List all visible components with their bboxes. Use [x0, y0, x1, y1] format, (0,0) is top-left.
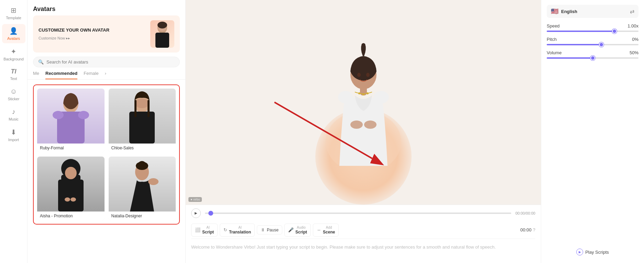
play-scripts-icon: ▶: [576, 249, 583, 255]
avatar-natalia-image: [109, 157, 176, 211]
tab-more-icon[interactable]: ›: [105, 71, 106, 79]
avatar-natalia-label: Natalia-Designer: [109, 211, 176, 220]
search-input[interactable]: [46, 59, 175, 65]
avatar-chloe-label: Chloe-Sales: [109, 144, 176, 152]
avatar-ruby-image: [37, 89, 105, 144]
speed-slider[interactable]: [547, 31, 638, 32]
sidebar-item-label-music: Music: [9, 117, 19, 121]
speed-slider-row: Speed 1.00x: [547, 23, 638, 32]
customize-now-button[interactable]: Customize Now ▸▸: [39, 36, 70, 41]
time-help-icon[interactable]: ?: [533, 227, 535, 232]
tab-female[interactable]: Female: [84, 71, 98, 79]
avatar-card-aisha[interactable]: Aisha - Promotion: [37, 157, 105, 220]
svg-point-32: [374, 91, 389, 103]
play-button[interactable]: ▶: [191, 208, 201, 218]
svg-point-20: [70, 197, 76, 202]
volume-slider[interactable]: [547, 57, 638, 59]
svg-point-7: [53, 111, 64, 119]
sidebar-item-sticker[interactable]: ☺ Sticker: [2, 85, 25, 104]
timeline-dot: [208, 211, 213, 216]
volume-label: Volume: [547, 50, 561, 55]
script-toolbar: ⬜ AI Script ↻ AI Translation ⏸ Pause 🎤: [191, 220, 535, 239]
avatar-grid-wrap: Ruby-Formal Chloe-Sales: [28, 83, 185, 263]
flag-icon: 🇺🇸: [551, 8, 558, 15]
banner-avatar-svg: [152, 21, 173, 48]
svg-point-34: [364, 121, 376, 129]
pitch-slider[interactable]: [547, 44, 638, 45]
preview-watermark: ● virbo: [188, 197, 202, 202]
pitch-label: Pitch: [547, 37, 557, 42]
speed-label: Speed: [547, 23, 560, 28]
pause-button[interactable]: ⏸ Pause: [257, 225, 282, 235]
avatar-card-chloe[interactable]: Chloe-Sales: [109, 89, 176, 152]
ai-translation-icon: ↻: [223, 227, 227, 232]
ai-translation-button[interactable]: ↻ AI Translation: [220, 224, 255, 237]
timeline-track[interactable]: [205, 213, 511, 214]
volume-slider-row: Volume 50%: [547, 50, 638, 59]
script-text-area[interactable]: Welcome to Wondershare Virbo! Just start…: [191, 239, 535, 263]
search-input-box: 🔍: [33, 57, 180, 67]
svg-point-33: [350, 121, 363, 129]
pitch-slider-row: Pitch 0%: [547, 37, 638, 45]
language-display: 🇺🇸 English: [551, 8, 577, 15]
svg-point-30: [367, 92, 369, 94]
sidebar-item-label-avatars: Avatars: [7, 36, 20, 41]
ai-script-icon: ⬜: [195, 227, 200, 232]
tab-recommended[interactable]: Recommended: [45, 71, 77, 79]
avatar-card-natalia[interactable]: Natalia-Designer: [109, 157, 176, 220]
svg-rect-10: [129, 112, 155, 144]
avatar-aisha-label: Aisha - Promotion: [37, 211, 105, 220]
script-area: ⬜ AI Script ↻ AI Translation ⏸ Pause 🎤: [186, 220, 541, 263]
speed-value: 1.00x: [627, 23, 638, 28]
background-icon: ✦: [11, 47, 17, 56]
search-wrap: 🔍: [28, 57, 185, 71]
sidebar-item-label-sticker: Sticker: [8, 97, 20, 101]
timeline-time: 00:00/00:00: [515, 211, 535, 215]
pitch-value: 0%: [632, 37, 638, 42]
preview-container: ● virbo: [186, 0, 541, 205]
sidebar-item-music[interactable]: ♪ Music: [2, 105, 25, 124]
right-panel: 🇺🇸 English ⇄ Speed 1.00x Pitch 0% Volume: [541, 0, 644, 263]
svg-point-3: [157, 22, 167, 28]
svg-point-18: [65, 167, 77, 179]
svg-rect-1: [155, 33, 169, 48]
preview-area: ● virbo: [186, 0, 541, 205]
sidebar-item-avatars[interactable]: 👤 Avatars: [2, 24, 25, 43]
avatar-chloe-image: [109, 89, 176, 144]
avatar-ruby-label: Ruby-Formal: [37, 144, 105, 152]
ai-script-button[interactable]: ⬜ AI Script: [191, 224, 218, 237]
play-scripts-button[interactable]: ▶ Play Scripts: [547, 246, 638, 258]
svg-rect-17: [58, 180, 84, 211]
tab-me[interactable]: Me: [33, 71, 39, 79]
sidebar-item-background[interactable]: ✦ Background: [2, 45, 25, 64]
time-display: 00:00 ?: [520, 227, 535, 232]
text-icon: TI: [11, 68, 17, 75]
avatar-card-ruby[interactable]: Ruby-Formal: [37, 89, 105, 152]
svg-point-8: [78, 111, 89, 119]
template-icon: ⊞: [11, 6, 17, 14]
sidebar-item-label-template: Template: [6, 16, 21, 20]
svg-point-29: [362, 93, 364, 95]
customize-banner[interactable]: CUSTOMIZE YOUR OWN AVATAR Customize Now …: [33, 15, 180, 53]
audio-script-button[interactable]: 🎤 Audio Script: [284, 224, 311, 237]
language-selector[interactable]: 🇺🇸 English ⇄: [547, 5, 638, 18]
playback-bar: ▶ 00:00/00:00: [186, 205, 541, 220]
add-scene-icon: ↔: [317, 227, 321, 232]
sidebar-item-template[interactable]: ⊞ Template: [2, 3, 25, 23]
sidebar-item-import[interactable]: ⬇ Import: [2, 125, 25, 145]
language-switch-icon[interactable]: ⇄: [630, 8, 634, 15]
sidebar-item-label-import: Import: [8, 138, 19, 142]
language-label: English: [561, 9, 577, 14]
customize-banner-text: CUSTOMIZE YOUR OWN AVATAR Customize Now …: [39, 27, 150, 41]
add-scene-button[interactable]: ↔ Add Scene: [313, 224, 339, 237]
audio-script-icon: 🎤: [288, 227, 294, 232]
svg-point-31: [338, 91, 353, 103]
avatar-aisha-image: [37, 157, 105, 211]
main-content: ● virbo ▶ 00:00/00:00 ⬜ AI Sc: [186, 0, 541, 263]
volume-value: 50%: [630, 50, 638, 55]
svg-point-35: [357, 73, 361, 77]
search-icon: 🔍: [38, 59, 44, 65]
sidebar-item-label-background: Background: [3, 57, 24, 61]
svg-point-11: [135, 99, 149, 108]
sidebar-item-text[interactable]: TI Text: [2, 65, 25, 83]
